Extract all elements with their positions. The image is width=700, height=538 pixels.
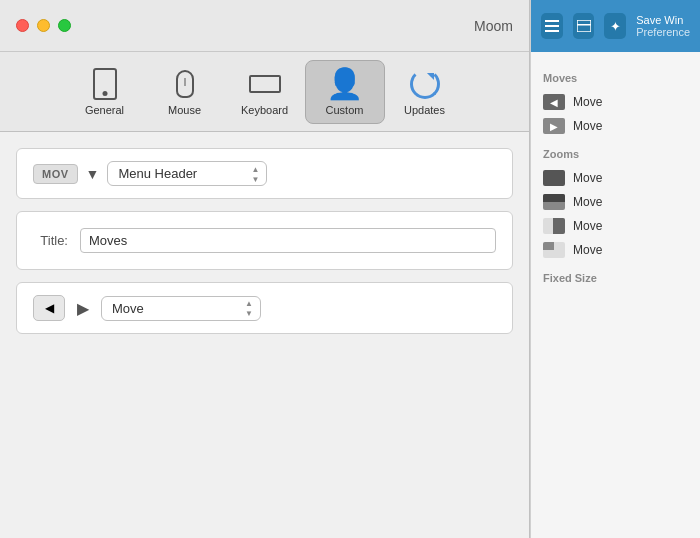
zoom-half-icon xyxy=(543,194,565,210)
window-icon[interactable] xyxy=(573,13,595,39)
sidebar-zoom-label-4: Move xyxy=(573,243,602,257)
svg-rect-4 xyxy=(577,24,591,26)
sidebar-zoom-label-3: Move xyxy=(573,219,602,233)
sidebar-header: ✦ Save Win Preference xyxy=(531,0,700,52)
arrow-left-icon: ◀ xyxy=(543,94,565,110)
sidebar-section-fixed-size: Fixed Size xyxy=(543,272,688,284)
menu-header-select[interactable]: Menu Header Move Zoom Resize Separator xyxy=(107,161,267,186)
toolbar-item-updates[interactable]: Updates xyxy=(385,60,465,124)
toolbar-item-general[interactable]: General xyxy=(65,60,145,124)
save-win-text: Save Win xyxy=(636,14,690,26)
svg-rect-3 xyxy=(577,20,591,32)
toolbar-label-general: General xyxy=(85,104,124,116)
keyboard-icon xyxy=(249,68,281,100)
toolbar-item-keyboard[interactable]: Keyboard xyxy=(225,60,305,124)
sidebar-content: Moves ◀ Move ▶ Move Zooms Move Move Move… xyxy=(531,52,700,538)
sidebar-zoom-label-1: Move xyxy=(573,171,602,185)
title-label: Title: xyxy=(33,233,68,248)
main-window: Moom General Mouse Keyboard 👤 xyxy=(0,0,530,538)
svg-rect-1 xyxy=(545,25,559,27)
general-icon xyxy=(89,68,121,100)
zoom-right-icon xyxy=(543,218,565,234)
sidebar-zoom-item-2[interactable]: Move xyxy=(543,190,688,214)
dropdown-arrow-icon: ▼ xyxy=(86,166,100,182)
menu-header-select-wrapper: Menu Header Move Zoom Resize Separator ▲… xyxy=(107,161,267,186)
title-input[interactable] xyxy=(80,228,496,253)
sidebar-zoom-item-1[interactable]: Move xyxy=(543,166,688,190)
toolbar-label-updates: Updates xyxy=(404,104,445,116)
sidebar-move-label-1: Move xyxy=(573,95,602,109)
mouse-icon xyxy=(169,68,201,100)
sidebar-zoom-label-2: Move xyxy=(573,195,602,209)
row-move: ◀ ▶ Move Zoom Resize ▲ ▼ xyxy=(16,282,513,334)
window-title: Moom xyxy=(474,18,513,34)
sidebar-zoom-item-3[interactable]: Move xyxy=(543,214,688,238)
content-area: MOV ▼ Menu Header Move Zoom Resize Separ… xyxy=(0,132,529,538)
toolbar-item-custom[interactable]: 👤 Custom xyxy=(305,60,385,124)
sidebar-move-item-2[interactable]: ▶ Move xyxy=(543,114,688,138)
title-bar: Moom xyxy=(0,0,529,52)
toolbar: General Mouse Keyboard 👤 Custom xyxy=(0,52,529,132)
zoom-full-icon xyxy=(543,170,565,186)
move-select-wrapper: Move Zoom Resize ▲ ▼ xyxy=(101,296,261,321)
person-icon: 👤 xyxy=(329,68,361,100)
close-button[interactable] xyxy=(16,19,29,32)
arrow-right-icon: ▶ xyxy=(543,118,565,134)
play-button[interactable]: ▶ xyxy=(73,298,93,318)
maximize-button[interactable] xyxy=(58,19,71,32)
svg-rect-2 xyxy=(545,30,559,32)
toolbar-label-keyboard: Keyboard xyxy=(241,104,288,116)
move-select[interactable]: Move Zoom Resize xyxy=(101,296,261,321)
toolbar-item-mouse[interactable]: Mouse xyxy=(145,60,225,124)
toolbar-label-custom: Custom xyxy=(326,104,364,116)
svg-rect-0 xyxy=(545,20,559,22)
row-mov: MOV ▼ Menu Header Move Zoom Resize Separ… xyxy=(16,148,513,199)
pref-text: Preference xyxy=(636,26,690,38)
sidebar-section-zooms: Zooms xyxy=(543,148,688,160)
sidebar-zoom-item-4[interactable]: Move xyxy=(543,238,688,262)
sidebar-move-item-1[interactable]: ◀ Move xyxy=(543,90,688,114)
sidebar-move-label-2: Move xyxy=(573,119,602,133)
sidebar-section-moves: Moves xyxy=(543,72,688,84)
arrow-left-button[interactable]: ◀ xyxy=(33,295,65,321)
minimize-button[interactable] xyxy=(37,19,50,32)
row-title: Title: xyxy=(16,211,513,270)
traffic-lights xyxy=(16,19,71,32)
mov-badge: MOV xyxy=(33,164,78,184)
toolbar-label-mouse: Mouse xyxy=(168,104,201,116)
refresh-icon xyxy=(409,68,441,100)
zoom-corner-icon xyxy=(543,242,565,258)
star-icon[interactable]: ✦ xyxy=(604,13,626,39)
sidebar: ✦ Save Win Preference Moves ◀ Move ▶ Mov… xyxy=(530,0,700,538)
menu-icon[interactable] xyxy=(541,13,563,39)
